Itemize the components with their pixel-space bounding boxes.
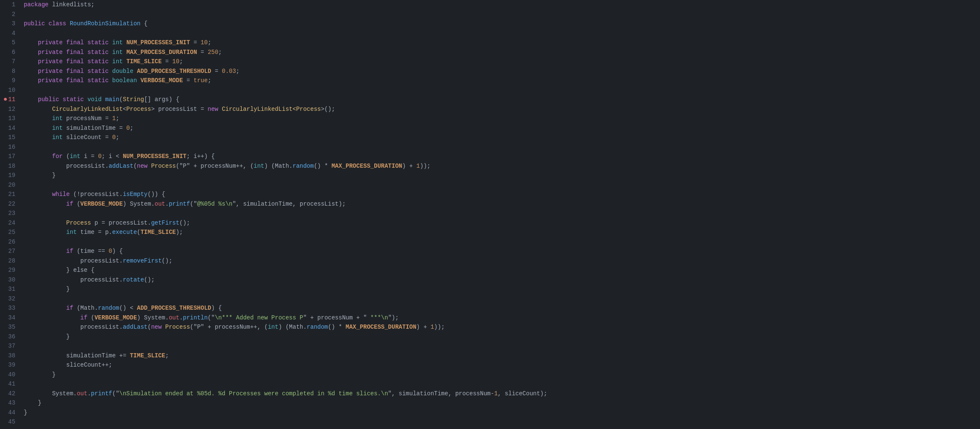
code-line-25: int time = p.execute(TIME_SLICE); — [24, 228, 980, 237]
line-number-31: 31 — [3, 284, 15, 294]
code-line-13: int processNum = 1; — [24, 114, 980, 123]
code-line-14: int simulationTime = 0; — [24, 123, 980, 133]
code-line-37 — [24, 341, 980, 351]
line-number-23: 23 — [3, 209, 15, 218]
line-number-24: 24 — [3, 218, 15, 228]
line-number-40: 40 — [3, 370, 15, 380]
line-number-19: 19 — [3, 171, 15, 180]
line-number-28: 28 — [3, 256, 15, 266]
line-number-17: 17 — [3, 152, 15, 161]
line-number-26: 26 — [3, 237, 15, 247]
code-line-18: processList.addLast(new Process("P" + pr… — [24, 161, 980, 171]
code-line-9: private final static boolean VERBOSE_MOD… — [24, 76, 980, 86]
line-number-42: 42 — [3, 389, 15, 399]
code-editor: 12345678910●1112131415161718192021222324… — [0, 0, 980, 429]
code-line-2 — [24, 10, 980, 19]
code-line-36: } — [24, 332, 980, 342]
code-line-1: package linkedlists; — [24, 0, 980, 10]
code-line-39: sliceCount++; — [24, 360, 980, 370]
code-line-38: simulationTime += TIME_SLICE; — [24, 351, 980, 361]
code-line-5: private final static int NUM_PROCESSES_I… — [24, 38, 980, 48]
code-line-3: public class RoundRobinSimulation { — [24, 19, 980, 29]
code-line-32 — [24, 294, 980, 304]
line-number-15: 15 — [3, 133, 15, 142]
code-line-40: } — [24, 370, 980, 380]
code-line-29: } else { — [24, 265, 980, 275]
line-number-32: 32 — [3, 294, 15, 304]
line-number-7: 7 — [3, 57, 15, 67]
line-number-39: 39 — [3, 360, 15, 370]
line-number-5: 5 — [3, 38, 15, 48]
line-number-38: 38 — [3, 351, 15, 361]
line-number-41: 41 — [3, 379, 15, 389]
line-number-3: 3 — [3, 19, 15, 29]
line-number-27: 27 — [3, 247, 15, 256]
line-number-10: 10 — [3, 86, 15, 95]
code-line-22: if (VERBOSE_MODE) System.out.printf("@%0… — [24, 199, 980, 209]
line-number-30: 30 — [3, 275, 15, 285]
code-line-16 — [24, 142, 980, 152]
code-line-43: } — [24, 398, 980, 408]
code-line-44: } — [24, 408, 980, 418]
code-line-21: while (!processList.isEmpty()) { — [24, 190, 980, 199]
line-number-14: 14 — [3, 123, 15, 133]
code-line-17: for (int i = 0; i < NUM_PROCESSES_INIT; … — [24, 152, 980, 161]
line-number-22: 22 — [3, 199, 15, 209]
code-line-34: if (VERBOSE_MODE) System.out.println("\n… — [24, 313, 980, 323]
code-line-30: processList.rotate(); — [24, 275, 980, 285]
line-number-18: 18 — [3, 161, 15, 171]
code-line-23 — [24, 209, 980, 218]
code-line-4 — [24, 29, 980, 38]
line-number-12: 12 — [3, 105, 15, 114]
line-number-45: 45 — [3, 417, 15, 427]
line-number-16: 16 — [3, 142, 15, 152]
code-line-26 — [24, 237, 980, 247]
code-line-19: } — [24, 171, 980, 180]
line-number-36: 36 — [3, 332, 15, 342]
line-number-29: 29 — [3, 265, 15, 275]
code-line-20 — [24, 180, 980, 190]
code-line-33: if (Math.random() < ADD_PROCESS_THRESHOL… — [24, 303, 980, 313]
line-number-44: 44 — [3, 408, 15, 418]
line-number-2: 2 — [3, 10, 15, 19]
code-line-12: CircularlyLinkedList<Process> processLis… — [24, 105, 980, 114]
code-line-10 — [24, 86, 980, 95]
code-line-15: int sliceCount = 0; — [24, 133, 980, 142]
line-number-35: 35 — [3, 322, 15, 332]
line-number-25: 25 — [3, 228, 15, 237]
code-line-45 — [24, 417, 980, 427]
code-line-11: public static void main(String[] args) { — [24, 95, 980, 105]
code-line-8: private final static double ADD_PROCESS_… — [24, 67, 980, 76]
line-number-43: 43 — [3, 398, 15, 408]
code-line-24: Process p = processList.getFirst(); — [24, 218, 980, 228]
line-number-6: 6 — [3, 48, 15, 57]
line-number-33: 33 — [3, 303, 15, 313]
line-number-11: ●11 — [3, 95, 15, 105]
code-line-35: processList.addLast(new Process("P" + pr… — [24, 322, 980, 332]
code-line-42: System.out.printf("\nSimulation ended at… — [24, 389, 980, 399]
code-line-7: private final static int TIME_SLICE = 10… — [24, 57, 980, 67]
line-number-20: 20 — [3, 180, 15, 190]
code-line-6: private final static int MAX_PROCESS_DUR… — [24, 48, 980, 57]
code-line-31: } — [24, 284, 980, 294]
code-area[interactable]: package linkedlists; public class RoundR… — [20, 0, 980, 429]
line-number-8: 8 — [3, 67, 15, 76]
line-number-1: 1 — [3, 0, 15, 10]
code-line-27: if (time == 0) { — [24, 247, 980, 256]
line-numbers: 12345678910●1112131415161718192021222324… — [0, 0, 20, 429]
line-number-9: 9 — [3, 76, 15, 86]
line-number-13: 13 — [3, 114, 15, 123]
code-line-41 — [24, 379, 980, 389]
line-number-34: 34 — [3, 313, 15, 323]
code-line-28: processList.removeFirst(); — [24, 256, 980, 266]
line-number-37: 37 — [3, 341, 15, 351]
line-number-4: 4 — [3, 29, 15, 38]
line-number-21: 21 — [3, 190, 15, 199]
